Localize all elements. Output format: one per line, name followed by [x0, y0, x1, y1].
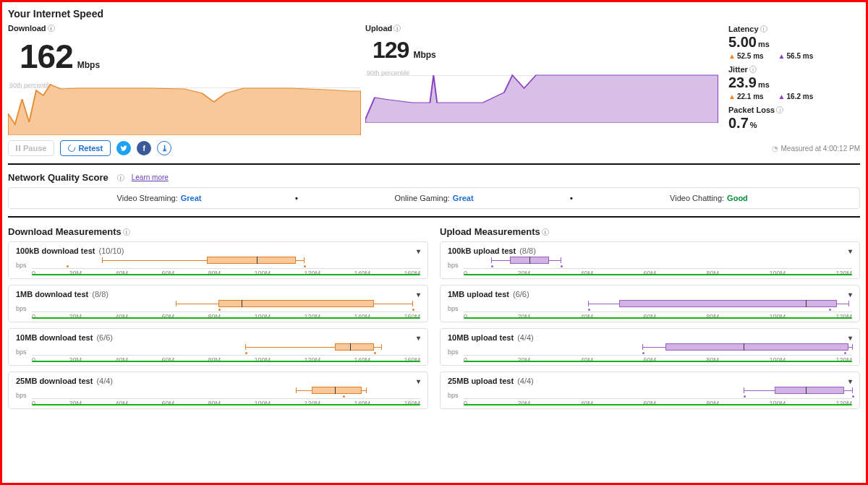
measurement-card: 1MB download test (8/8) ▾ bps 020M40M60M… [8, 285, 428, 322]
info-icon[interactable]: i [117, 174, 124, 181]
boxplot: 020M40M60M80M100M120M140M160M [32, 299, 420, 319]
chevron-down-icon[interactable]: ▾ [848, 291, 852, 299]
measurement-count: (6/6) [96, 333, 113, 342]
measurement-card: 1MB upload test (6/6) ▾ bps 020M40M60M80… [440, 285, 860, 322]
measurement-name: 10MB upload test [448, 333, 514, 342]
measurement-card: 10MB upload test (4/4) ▾ bps 020M40M60M8… [440, 328, 860, 366]
download-icon: ⤓ [161, 145, 168, 153]
info-icon[interactable]: i [776, 106, 783, 113]
measurement-card: 25MB download test (4/4) ▾ bps 020M40M60… [8, 372, 428, 409]
pause-button[interactable]: Pause [8, 140, 54, 156]
boxplot: 020M40M60M80M100M120M140M160M [32, 385, 420, 405]
divider [8, 163, 860, 165]
upload-value: 129 [373, 37, 409, 64]
measurement-name: 1MB upload test [448, 290, 509, 299]
download-measurements-col: Download Measurementsi 100kB download te… [8, 225, 428, 415]
download-value: 162 [20, 37, 73, 76]
y-axis-label: bps [448, 305, 464, 312]
measurement-name: 1MB download test [16, 290, 88, 299]
divider [8, 216, 860, 218]
measurement-name: 10MB download test [16, 333, 93, 342]
chevron-down-icon[interactable]: ▾ [848, 377, 852, 385]
chevron-down-icon[interactable]: ▾ [417, 377, 420, 385]
measured-at-label: ◔Measured at 4:00:12 PM [772, 145, 860, 153]
measurement-name: 100kB upload test [448, 246, 516, 255]
upload-unit: Mbps [413, 50, 435, 60]
chevron-down-icon[interactable]: ▾ [848, 247, 852, 255]
y-axis-label: bps [16, 348, 32, 356]
y-axis-label: bps [16, 262, 32, 269]
boxplot: 020M40M60M80M100M120M140M160M [32, 255, 420, 275]
boxplot: 020M40M60M80M100M120M140M160M [32, 342, 420, 362]
y-axis-label: bps [448, 348, 464, 356]
chevron-down-icon[interactable]: ▾ [417, 291, 420, 299]
boxplot: 020M40M60M80M100M120M [464, 255, 852, 275]
nqs-title: Network Quality Score [8, 172, 109, 183]
measurement-name: 25MB upload test [448, 377, 514, 385]
info-icon[interactable]: i [760, 25, 767, 33]
info-icon[interactable]: i [48, 25, 55, 32]
boxplot: 020M40M60M80M100M120M [464, 299, 852, 319]
measurement-card: 100kB upload test (8/8) ▾ bps 020M40M60M… [440, 241, 860, 279]
pause-icon [16, 145, 20, 151]
measurement-count: (4/4) [517, 333, 534, 342]
measurement-count: (4/4) [517, 377, 534, 385]
network-quality-section: Network Quality Score i Learn more Video… [8, 172, 860, 209]
y-axis-label: bps [448, 392, 464, 399]
info-icon[interactable]: i [542, 228, 549, 236]
share-link-button[interactable]: ⤓ [157, 141, 171, 155]
y-axis-label: bps [448, 262, 464, 269]
packet-loss-metric: Packet Lossi 0.7% [728, 105, 860, 132]
jitter-metric: Jitteri 23.9ms ▲22.1 ms ▲16.2 ms [728, 64, 860, 100]
measurement-name: 25MB download test [16, 377, 93, 385]
download-panel: Downloadi 162 Mbps 90th percentile [8, 24, 361, 136]
chevron-down-icon[interactable]: ▾ [848, 334, 852, 342]
chevron-down-icon[interactable]: ▾ [417, 247, 420, 255]
measurement-count: (10/10) [98, 246, 124, 255]
share-facebook-button[interactable]: f [137, 141, 151, 155]
measurement-count: (4/4) [96, 377, 113, 385]
download-sparkline [8, 77, 361, 135]
y-axis-label: bps [16, 305, 32, 312]
latency-metric: Latencyi 5.00ms ▲52.5 ms ▲56.5 ms [728, 24, 860, 60]
share-twitter-button[interactable] [116, 141, 131, 155]
info-icon[interactable]: i [749, 66, 757, 73]
upload-marker-icon: ▲ [778, 52, 786, 60]
boxplot: 020M40M60M80M100M120M [464, 385, 852, 405]
download-unit: Mbps [77, 60, 100, 70]
learn-more-link[interactable]: Learn more [132, 173, 169, 181]
retest-icon [67, 143, 77, 153]
measurement-card: 10MB download test (6/6) ▾ bps 020M40M60… [8, 328, 428, 366]
page-title: Your Internet Speed [8, 8, 860, 20]
retest-button[interactable]: Retest [60, 140, 111, 156]
download-marker-icon: ▲ [728, 93, 736, 100]
y-axis-label: bps [16, 392, 32, 399]
info-icon[interactable]: i [123, 228, 130, 236]
upload-measurements-col: Upload Measurementsi 100kB upload test (… [440, 225, 860, 415]
upload-sparkline [365, 65, 718, 123]
metrics-panel: Latencyi 5.00ms ▲52.5 ms ▲56.5 ms Jitter… [723, 24, 860, 136]
measurement-count: (6/6) [513, 290, 529, 299]
upload-panel: Uploadi 129 Mbps 90th percentile [365, 24, 718, 136]
measurement-count: (8/8) [519, 246, 536, 255]
measurement-card: 25MB upload test (4/4) ▾ bps 020M40M60M8… [440, 372, 860, 409]
measurement-card: 100kB download test (10/10) ▾ bps 020M40… [8, 241, 428, 279]
chevron-down-icon[interactable]: ▾ [417, 334, 420, 342]
download-marker-icon: ▲ [728, 52, 736, 60]
measurement-count: (8/8) [92, 290, 109, 299]
nqs-box: Video Streaming:Great • Online Gaming:Gr… [8, 187, 860, 209]
upload-marker-icon: ▲ [778, 93, 786, 100]
speed-section: Your Internet Speed Downloadi 162 Mbps 9… [8, 8, 860, 156]
boxplot: 020M40M60M80M100M120M [464, 342, 852, 362]
upload-label: Upload [365, 24, 392, 33]
info-icon[interactable]: i [393, 25, 401, 32]
measurement-name: 100kB download test [16, 246, 95, 255]
download-label: Download [8, 24, 46, 33]
